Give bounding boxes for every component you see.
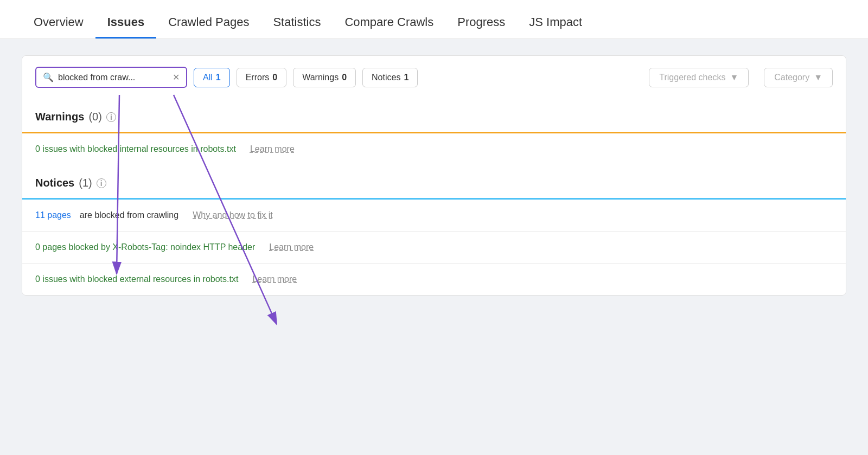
notices-title: Notices (1) i — [35, 177, 833, 189]
warnings-section-header: Warnings (0) i — [22, 99, 846, 132]
notices-section-header: Notices (1) i — [22, 165, 846, 198]
notices-label: Notices — [35, 177, 74, 189]
filter-warnings-label: Warnings — [302, 73, 339, 82]
triggered-checks-dropdown[interactable]: Triggered checks ▼ — [649, 68, 749, 87]
category-label: Category — [774, 73, 809, 82]
filter-bar: 🔍 blocked from craw... ✕ All 1 Errors 0 … — [22, 56, 846, 99]
filter-all-button[interactable]: All 1 — [194, 68, 230, 87]
notices-info-icon[interactable]: i — [97, 178, 106, 188]
search-clear-icon[interactable]: ✕ — [173, 72, 180, 82]
warnings-label: Warnings — [35, 111, 84, 123]
notice-3-text: 0 issues with blocked external resources… — [35, 274, 238, 284]
notice-1-link[interactable]: 11 pages — [35, 210, 71, 220]
search-icon: 🔍 — [43, 72, 54, 82]
filter-all-label: All — [203, 73, 213, 82]
notice-1-text: are blocked from crawling — [80, 210, 178, 220]
nav-item-crawled-pages[interactable]: Crawled Pages — [156, 15, 261, 39]
nav-item-compare-crawls[interactable]: Compare Crawls — [333, 15, 445, 39]
notices-count: (1) — [79, 177, 92, 189]
nav-item-overview[interactable]: Overview — [22, 15, 95, 39]
nav-item-issues[interactable]: Issues — [95, 15, 157, 39]
warning-issue-text: 0 issues with blocked internal resources… — [35, 144, 236, 154]
filter-warnings-count: 0 — [342, 73, 347, 82]
filter-notices-button[interactable]: Notices 1 — [362, 68, 418, 87]
notice-1-why-fix-link[interactable]: Why and how to fix it — [193, 210, 273, 220]
chevron-down-icon-2: ▼ — [814, 73, 822, 82]
notice-row-3: 0 issues with blocked external resources… — [22, 263, 846, 295]
chevron-down-icon: ▼ — [730, 73, 738, 82]
warnings-info-icon[interactable]: i — [106, 112, 116, 122]
notice-2-text: 0 pages blocked by X-Robots-Tag: noindex… — [35, 242, 255, 252]
warnings-count: (0) — [88, 111, 101, 123]
nav-item-js-impact[interactable]: JS Impact — [517, 15, 594, 39]
notice-row-1: 11 pages are blocked from crawling Why a… — [22, 198, 846, 231]
triggered-checks-label: Triggered checks — [659, 73, 725, 82]
nav-bar: Overview Issues Crawled Pages Statistics… — [0, 0, 868, 39]
notice-row-2: 0 pages blocked by X-Robots-Tag: noindex… — [22, 231, 846, 263]
warning-issue-row: 0 issues with blocked internal resources… — [22, 132, 846, 165]
warnings-title: Warnings (0) i — [35, 111, 833, 123]
search-box[interactable]: 🔍 blocked from craw... ✕ — [35, 67, 187, 88]
issues-panel: 🔍 blocked from craw... ✕ All 1 Errors 0 … — [22, 55, 846, 296]
category-dropdown[interactable]: Category ▼ — [764, 68, 833, 87]
warning-learn-more-link[interactable]: Learn more — [250, 144, 295, 154]
main-content: 🔍 blocked from craw... ✕ All 1 Errors 0 … — [0, 39, 868, 455]
nav-item-statistics[interactable]: Statistics — [261, 15, 333, 39]
filter-notices-count: 1 — [404, 73, 409, 82]
filter-notices-label: Notices — [372, 73, 400, 82]
search-value: blocked from craw... — [58, 73, 168, 82]
filter-errors-count: 0 — [272, 73, 277, 82]
notice-3-learn-more-link[interactable]: Learn more — [252, 274, 297, 284]
filter-errors-label: Errors — [246, 73, 270, 82]
filter-errors-button[interactable]: Errors 0 — [237, 68, 286, 87]
notice-2-learn-more-link[interactable]: Learn more — [269, 242, 314, 252]
nav-item-progress[interactable]: Progress — [445, 15, 517, 39]
filter-all-count: 1 — [216, 73, 221, 82]
filter-warnings-button[interactable]: Warnings 0 — [293, 68, 356, 87]
